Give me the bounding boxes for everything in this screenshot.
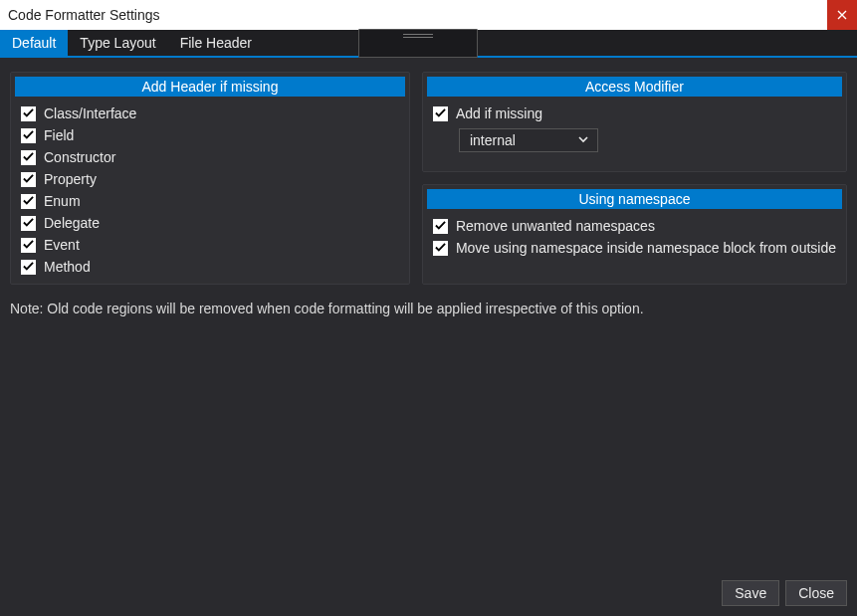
check-icon xyxy=(23,193,34,209)
check-row-delegate: Delegate xyxy=(11,212,409,234)
check-icon xyxy=(23,149,34,165)
check-icon xyxy=(23,105,34,121)
check-icon xyxy=(23,237,34,253)
checkbox-property[interactable] xyxy=(21,172,36,187)
titlebar: Code Formatter Settings xyxy=(0,0,857,30)
checkbox-label: Move using namespace inside namespace bl… xyxy=(456,240,836,256)
checkbox-move-inside[interactable] xyxy=(433,241,448,256)
checkbox-event[interactable] xyxy=(21,238,36,253)
checkbox-label: Class/Interface xyxy=(44,105,136,121)
checkbox-label: Constructor xyxy=(44,149,115,165)
add-header-panel-header: Add Header if missing xyxy=(15,77,405,97)
access-modifier-panel-header: Access Modifier xyxy=(427,77,842,97)
check-row-constructor: Constructor xyxy=(11,146,409,168)
checkbox-label: Delegate xyxy=(44,215,100,231)
checkbox-label: Remove unwanted namespaces xyxy=(456,218,655,234)
checkbox-label: Method xyxy=(44,259,91,275)
checkbox-label: Property xyxy=(44,171,97,187)
tab-default[interactable]: Default xyxy=(0,30,68,56)
close-button[interactable]: Close xyxy=(785,580,847,606)
check-icon xyxy=(435,218,446,234)
check-row-remove-unwanted: Remove unwanted namespaces xyxy=(423,215,846,237)
close-icon xyxy=(837,7,847,23)
tab-file-header[interactable]: File Header xyxy=(168,30,264,56)
checkbox-label: Field xyxy=(44,127,74,143)
check-icon xyxy=(23,171,34,187)
checkbox-remove-unwanted[interactable] xyxy=(433,219,448,234)
checkbox-enum[interactable] xyxy=(21,194,36,209)
check-icon xyxy=(23,215,34,231)
check-icon xyxy=(23,127,34,143)
content-area: Add Header if missing Class/Interface Fi… xyxy=(0,58,857,572)
check-row-add-if-missing: Add if missing xyxy=(423,103,846,124)
add-header-panel: Add Header if missing Class/Interface Fi… xyxy=(10,72,410,285)
checkbox-label: Add if missing xyxy=(456,105,542,121)
checkbox-label: Event xyxy=(44,237,80,253)
tab-type-layout[interactable]: Type Layout xyxy=(68,30,167,56)
check-row-class-interface: Class/Interface xyxy=(11,103,409,124)
window-close-button[interactable] xyxy=(827,0,857,30)
access-modifier-select[interactable]: internal xyxy=(459,128,598,152)
select-value: internal xyxy=(470,132,516,148)
check-row-enum: Enum xyxy=(11,190,409,212)
footer: Save Close xyxy=(0,572,857,616)
check-icon xyxy=(435,240,446,256)
access-modifier-panel: Access Modifier Add if missing internal xyxy=(422,72,847,172)
checkbox-label: Enum xyxy=(44,193,81,209)
save-button[interactable]: Save xyxy=(722,580,779,606)
window-title: Code Formatter Settings xyxy=(8,7,160,23)
using-namespace-panel: Using namespace Remove unwanted namespac… xyxy=(422,184,847,285)
check-row-move-inside: Move using namespace inside namespace bl… xyxy=(423,237,846,259)
chevron-down-icon xyxy=(577,132,589,148)
check-row-method: Method xyxy=(11,256,409,278)
check-row-property: Property xyxy=(11,168,409,190)
checkbox-delegate[interactable] xyxy=(21,216,36,231)
note-text: Note: Old code regions will be removed w… xyxy=(10,301,847,316)
drag-handle-icon xyxy=(403,34,433,38)
tabstrip: Default Type Layout File Header xyxy=(0,30,857,58)
check-row-field: Field xyxy=(11,124,409,146)
checkbox-constructor[interactable] xyxy=(21,150,36,165)
checkbox-field[interactable] xyxy=(21,128,36,143)
checkbox-method[interactable] xyxy=(21,260,36,275)
check-row-event: Event xyxy=(11,234,409,256)
using-namespace-panel-header: Using namespace xyxy=(427,189,842,209)
checkbox-add-if-missing[interactable] xyxy=(433,106,448,121)
check-icon xyxy=(23,259,34,275)
checkbox-class-interface[interactable] xyxy=(21,106,36,121)
preview-thumbnail xyxy=(358,29,478,58)
check-icon xyxy=(435,105,446,121)
